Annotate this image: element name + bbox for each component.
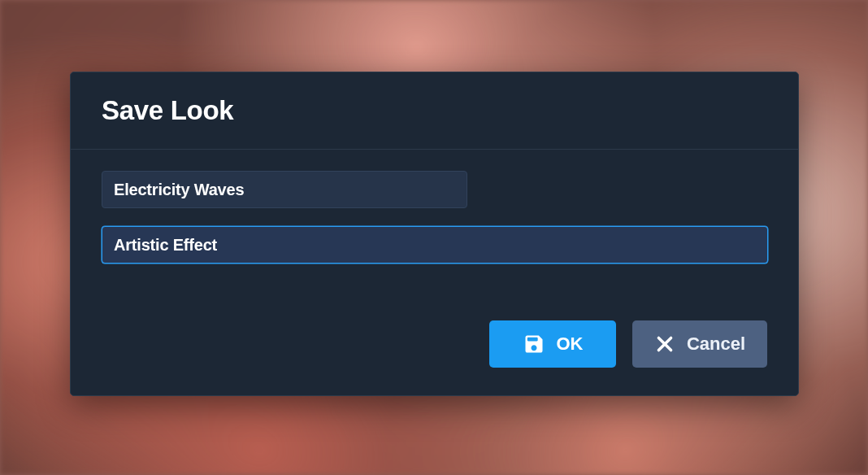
dialog-body	[71, 150, 798, 278]
save-look-dialog: Save Look OK Cancel	[70, 72, 799, 396]
ok-button-label: OK	[557, 333, 584, 355]
save-icon	[523, 333, 545, 355]
dialog-header: Save Look	[71, 72, 798, 150]
look-category-input[interactable]	[102, 226, 768, 264]
cancel-button-label: Cancel	[687, 333, 745, 355]
look-name-input[interactable]	[102, 171, 467, 208]
dialog-footer: OK Cancel	[71, 307, 798, 395]
close-icon	[654, 333, 675, 355]
cancel-button[interactable]: Cancel	[632, 320, 767, 368]
dialog-title: Save Look	[102, 95, 767, 126]
ok-button[interactable]: OK	[489, 320, 616, 368]
